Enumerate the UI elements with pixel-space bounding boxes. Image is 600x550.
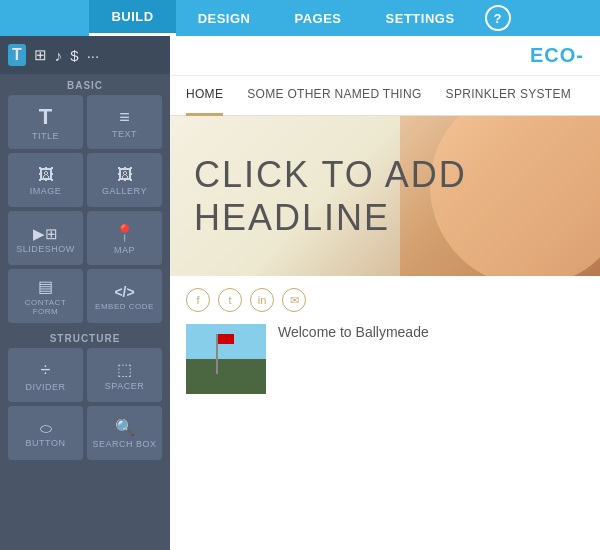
welcome-image (186, 324, 266, 394)
site-navigation: HOME SOME OTHER NAMED THING SPRINKLER SY… (170, 76, 600, 116)
site-nav-other[interactable]: SOME OTHER NAMED THING (247, 76, 421, 116)
widget-contact-form[interactable]: ▤ CONTACT FORM (8, 269, 83, 323)
flag-rect (218, 334, 234, 344)
widget-search-box[interactable]: 🔍 SEARCH BOX (87, 406, 162, 460)
search-box-icon: 🔍 (115, 420, 135, 436)
divider-icon: ÷ (41, 361, 51, 379)
tool-dollar-icon[interactable]: $ (70, 47, 78, 64)
gallery-icon: 🖼 (117, 167, 133, 183)
tool-more-icon[interactable]: ··· (87, 47, 100, 64)
slideshow-icon: ▶⊞ (33, 226, 58, 241)
map-icon: 📍 (114, 225, 135, 242)
site-topbar: ECO- (170, 36, 600, 76)
widget-button[interactable]: ⬭ BUTTON (8, 406, 83, 460)
button-icon: ⬭ (40, 421, 52, 435)
widget-image-label: IMAGE (30, 186, 62, 196)
widget-map-label: MAP (114, 245, 135, 255)
sidebar: T ⊞ ♪ $ ··· BASIC T TITLE ≡ TEXT 🖼 IMAGE… (0, 36, 170, 550)
title-icon: T (39, 106, 52, 128)
widget-gallery-label: GALLERY (102, 186, 147, 196)
widget-button-label: BUTTON (26, 438, 66, 448)
welcome-title: Welcome to Ballymeade (278, 324, 584, 340)
site-logo: ECO- (530, 44, 584, 67)
nav-build[interactable]: BUILD (89, 0, 175, 36)
main-layout: T ⊞ ♪ $ ··· BASIC T TITLE ≡ TEXT 🖼 IMAGE… (0, 36, 600, 550)
widget-divider-label: DIVIDER (25, 382, 65, 392)
widget-slideshow-label: SLIDESHOW (16, 244, 75, 254)
site-nav-sprinkler[interactable]: SPRINKLER SYSTEM (446, 76, 572, 116)
widget-gallery[interactable]: 🖼 GALLERY (87, 153, 162, 207)
social-linkedin-icon[interactable]: in (250, 288, 274, 312)
site-hero[interactable]: CLICK TO ADD HEADLINE (170, 116, 600, 276)
top-navigation: BUILD DESIGN PAGES SETTINGS ? (0, 0, 600, 36)
sidebar-toolbar: T ⊞ ♪ $ ··· (0, 36, 170, 74)
widget-embed-label: EMBED CODE (95, 302, 154, 311)
social-icons-bar: f t in ✉ (170, 276, 600, 324)
structure-widgets: ÷ DIVIDER ⬚ SPACER ⬭ BUTTON 🔍 SEARCH BOX (0, 348, 170, 464)
welcome-section: Welcome to Ballymeade (170, 324, 600, 406)
tool-grid-icon[interactable]: ⊞ (34, 46, 47, 64)
widget-contact-label: CONTACT FORM (12, 298, 79, 316)
widget-title-label: TITLE (32, 131, 59, 141)
spacer-icon: ⬚ (117, 362, 132, 378)
basic-widgets: T TITLE ≡ TEXT 🖼 IMAGE 🖼 GALLERY ▶⊞ SLID… (0, 95, 170, 327)
embed-code-icon: </> (114, 285, 134, 299)
widget-spacer-label: SPACER (105, 381, 144, 391)
tool-music-icon[interactable]: ♪ (55, 47, 63, 64)
site-preview: ECO- HOME SOME OTHER NAMED THING SPRINKL… (170, 36, 600, 550)
widget-title[interactable]: T TITLE (8, 95, 83, 149)
widget-spacer[interactable]: ⬚ SPACER (87, 348, 162, 402)
nav-settings[interactable]: SETTINGS (364, 0, 477, 36)
help-button[interactable]: ? (485, 5, 511, 31)
hero-headline[interactable]: CLICK TO ADD HEADLINE (194, 153, 576, 239)
social-twitter-icon[interactable]: t (218, 288, 242, 312)
nav-design[interactable]: DESIGN (176, 0, 273, 36)
welcome-text-block: Welcome to Ballymeade (278, 324, 584, 344)
contact-form-icon: ▤ (38, 279, 53, 295)
section-structure-label: STRUCTURE (0, 327, 170, 348)
nav-pages[interactable]: PAGES (272, 0, 363, 36)
social-email-icon[interactable]: ✉ (282, 288, 306, 312)
text-icon: ≡ (119, 108, 130, 126)
section-basic-label: BASIC (0, 74, 170, 95)
widget-search-label: SEARCH BOX (92, 439, 156, 449)
widget-embed-code[interactable]: </> EMBED CODE (87, 269, 162, 323)
widget-text[interactable]: ≡ TEXT (87, 95, 162, 149)
tool-text-icon[interactable]: T (8, 44, 26, 66)
widget-map[interactable]: 📍 MAP (87, 211, 162, 265)
widget-slideshow[interactable]: ▶⊞ SLIDESHOW (8, 211, 83, 265)
widget-text-label: TEXT (112, 129, 137, 139)
image-icon: 🖼 (38, 167, 54, 183)
social-facebook-icon[interactable]: f (186, 288, 210, 312)
content-area: ECO- HOME SOME OTHER NAMED THING SPRINKL… (170, 36, 600, 550)
widget-image[interactable]: 🖼 IMAGE (8, 153, 83, 207)
site-nav-home[interactable]: HOME (186, 76, 223, 116)
widget-divider[interactable]: ÷ DIVIDER (8, 348, 83, 402)
